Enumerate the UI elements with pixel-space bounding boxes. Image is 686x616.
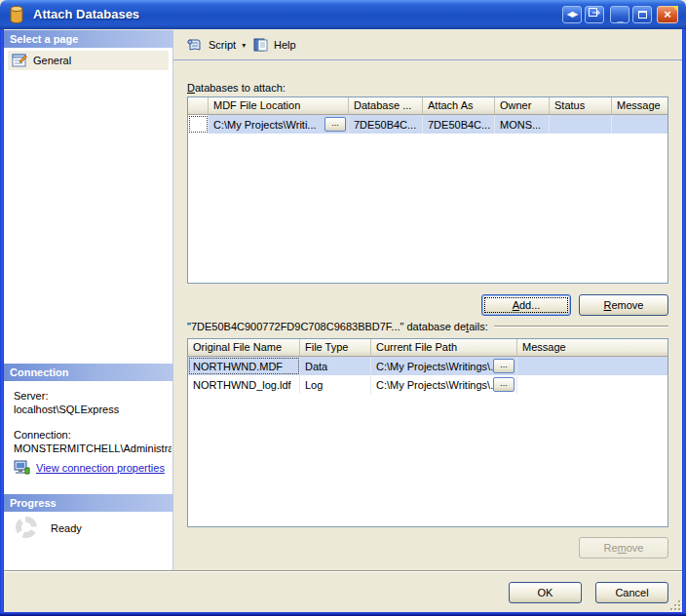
connection-value: MONSTERMITCHELL\Administra <box>14 443 172 454</box>
owner-cell[interactable]: MONS... <box>495 115 550 134</box>
script-icon <box>186 37 204 53</box>
grid1-header-mdf[interactable]: MDF File Location <box>209 97 349 114</box>
maximize-button[interactable] <box>632 6 652 23</box>
message-cell[interactable] <box>517 375 667 394</box>
close-button[interactable]: × <box>657 6 678 23</box>
file-name-cell[interactable]: NORTHWND_log.ldf <box>188 375 300 394</box>
grid2-header-name[interactable]: Original File Name <box>188 339 300 356</box>
server-label: Server: <box>14 390 48 402</box>
dock-arrows-button[interactable]: ◀▶ <box>562 6 582 23</box>
grid2-header-row: Original File Name File Type Current Fil… <box>188 339 667 357</box>
general-page-icon <box>12 53 27 68</box>
database-details-grid[interactable]: Original File Name File Type Current Fil… <box>187 338 668 527</box>
progress-spinner-icon <box>16 517 37 538</box>
maximize-icon <box>638 11 647 19</box>
grid1-header-owner[interactable]: Owner <box>495 97 550 114</box>
table-row[interactable]: NORTHWND_log.ldf Log C:\My Projects\Writ… <box>188 375 667 394</box>
database-icon <box>8 5 25 26</box>
browse-button[interactable]: ... <box>324 117 346 132</box>
ok-button[interactable]: OK <box>509 582 582 603</box>
dock-arrows-icon: ◀▶ <box>563 7 581 22</box>
browse-button[interactable]: ... <box>493 377 514 392</box>
grid1-header-row: MDF File Location Database ... Attach As… <box>188 97 667 115</box>
server-value: localhost\SQLExpress <box>14 404 119 415</box>
help-button[interactable]: Help <box>249 35 299 55</box>
database-details-label: "7DE50B4C900772FD9C708C9683BBD7F..." dat… <box>187 321 668 332</box>
browse-button[interactable]: ... <box>493 359 514 373</box>
title-bar[interactable]: Attach Databases ◀▶ _ × <box>0 0 686 29</box>
progress-panel: Ready <box>4 512 173 572</box>
databases-to-attach-grid[interactable]: MDF File Location Database ... Attach As… <box>187 96 668 284</box>
float-window-icon <box>588 7 601 19</box>
script-button[interactable]: Script ▾ <box>183 35 248 55</box>
grid1-header-database[interactable]: Database ... <box>349 97 423 114</box>
grid2-header-type[interactable]: File Type <box>300 339 371 356</box>
attach-databases-dialog: Attach Databases ◀▶ _ × Select a page <box>0 0 686 616</box>
mdf-location-cell[interactable]: C:\My Projects\Writi... ... <box>209 115 349 134</box>
window-title: Attach Databases <box>33 7 139 21</box>
corner-fold <box>672 6 678 12</box>
message-cell[interactable] <box>517 357 667 375</box>
window-border-right <box>682 29 686 612</box>
float-window-button[interactable] <box>585 6 604 23</box>
dialog-toolbar: Script ▾ Help <box>173 29 682 60</box>
attach-as-cell[interactable]: 7DE50B4C... <box>423 115 495 134</box>
file-type-cell[interactable]: Data <box>300 357 371 375</box>
resize-grip[interactable] <box>668 598 680 610</box>
file-type-cell[interactable]: Log <box>300 375 371 394</box>
cancel-button[interactable]: Cancel <box>595 582 668 603</box>
grid1-header-status[interactable]: Status <box>550 97 612 114</box>
sidebar-item-label: General <box>33 55 71 66</box>
minimize-icon: _ <box>611 7 629 26</box>
remove-details-button[interactable]: Remove <box>579 537 668 558</box>
grid1-header-attach-as[interactable]: Attach As <box>423 97 495 114</box>
connection-header: Connection <box>4 364 173 381</box>
script-dropdown-icon[interactable]: ▾ <box>242 41 246 50</box>
grid1-header-selector <box>188 97 209 114</box>
connection-properties-icon <box>14 460 30 476</box>
grid2-header-message[interactable]: Message <box>517 339 667 356</box>
file-name-cell[interactable]: NORTHWND.MDF <box>188 357 300 375</box>
message-cell[interactable] <box>612 115 667 134</box>
status-cell[interactable] <box>550 115 612 134</box>
link-label: View connection properties <box>36 462 165 474</box>
row-selector-cell[interactable] <box>188 115 209 134</box>
grid2-header-path[interactable]: Current File Path <box>371 339 517 356</box>
minimize-button[interactable]: _ <box>610 6 629 23</box>
script-label: Script <box>209 39 236 51</box>
file-path-cell[interactable]: C:\My Projects\Writings\... ... <box>371 375 517 394</box>
progress-status: Ready <box>51 522 82 534</box>
remove-button[interactable]: Remove <box>579 294 668 316</box>
connection-label: Connection: <box>14 429 71 441</box>
help-icon <box>252 37 269 53</box>
database-name-cell[interactable]: 7DE50B4C... <box>349 115 423 134</box>
grid1-header-message[interactable]: Message <box>612 97 667 114</box>
select-a-page-header: Select a page <box>4 30 173 48</box>
view-connection-properties-link[interactable]: View connection properties <box>14 460 165 476</box>
add-button[interactable]: Add... <box>481 294 571 316</box>
databases-to-attach-label: Databases to attach: <box>187 82 286 94</box>
bottom-separator <box>4 570 682 572</box>
file-path-cell[interactable]: C:\My Projects\Writings\... ... <box>371 357 517 375</box>
table-row[interactable]: NORTHWND.MDF Data C:\My Projects\Writing… <box>188 357 667 375</box>
select-a-page-panel: General <box>4 48 173 364</box>
details-separator-line <box>494 326 668 327</box>
help-label: Help <box>274 39 296 51</box>
table-row[interactable]: C:\My Projects\Writi... ... 7DE50B4C... … <box>188 115 667 134</box>
progress-header: Progress <box>4 494 173 512</box>
window-border-bottom <box>0 612 686 616</box>
sidebar-item-general[interactable]: General <box>8 51 169 70</box>
connection-panel: Server: localhost\SQLExpress Connection:… <box>4 381 173 494</box>
